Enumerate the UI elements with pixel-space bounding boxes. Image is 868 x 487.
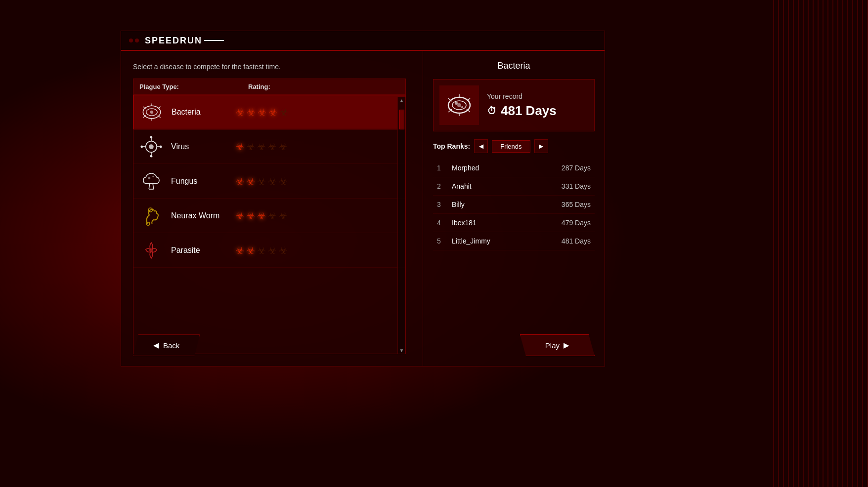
rank-name-3: Billy [452, 201, 562, 208]
parasite-bio-5: ☣ [279, 245, 288, 255]
record-label: Your record [487, 92, 588, 100]
record-value: ⏱ 481 Days [487, 103, 588, 119]
parasite-bio-3: ☣ [257, 245, 266, 255]
list-header: Plague Type: Rating: [133, 79, 405, 95]
parasite-icon-small [139, 239, 163, 262]
window-controls [129, 39, 139, 42]
parasite-bio-1: ☣ [235, 245, 244, 255]
virus-bio-4: ☣ [268, 142, 277, 152]
scroll-thumb[interactable] [399, 110, 404, 129]
svg-point-16 [160, 145, 162, 148]
fungus-bio-5: ☣ [279, 176, 288, 186]
virus-bio-3: ☣ [257, 142, 266, 152]
record-card: Your record ⏱ 481 Days [433, 79, 595, 131]
rank-num-3: 3 [437, 201, 452, 208]
rank-row-3: 3 Billy 365 Days [433, 196, 595, 214]
rank-score-2: 331 Days [562, 182, 591, 190]
record-info: Your record ⏱ 481 Days [487, 92, 588, 119]
disease-item-virus[interactable]: Virus ☣ ☣ ☣ ☣ ☣ [133, 129, 405, 164]
rank-row-5: 5 Little_Jimmy 481 Days [433, 232, 595, 250]
fungus-icon-small [139, 169, 163, 193]
window-dot-2 [135, 39, 139, 42]
ranks-filter-button[interactable]: Friends [492, 140, 530, 153]
disease-item-bacteria[interactable]: Bacteria ☣ ☣ ☣ ☣ ☣ [133, 95, 405, 129]
neurax-bio-1: ☣ [235, 211, 244, 221]
ranks-prev-button[interactable]: ◀ [474, 139, 488, 153]
rank-row-1: 1 Morphed 287 Days [433, 159, 595, 177]
virus-bio-1: ☣ [235, 142, 244, 152]
plague-type-header: Plague Type: [139, 83, 228, 90]
virus-bio-5: ☣ [279, 142, 288, 152]
neurax-bio-2: ☣ [246, 211, 255, 221]
record-days: 481 Days [501, 103, 557, 119]
disease-item-fungus[interactable]: Fungus ☣ ☣ ☣ ☣ ☣ [133, 164, 405, 199]
back-arrow-icon: ◀ [153, 341, 159, 350]
scrollbar[interactable]: ▲ ▼ [397, 97, 405, 354]
fungus-bio-3: ☣ [257, 176, 266, 186]
fungus-name: Fungus [171, 177, 235, 186]
svg-point-18 [140, 145, 143, 148]
rank-score-3: 365 Days [562, 201, 591, 208]
rating-header: Rating: [228, 83, 399, 90]
ranks-next-button[interactable]: ▶ [534, 139, 548, 153]
selected-disease-title: Bacteria [433, 61, 595, 71]
bio-icon-1: ☣ [236, 107, 245, 117]
parasite-name: Parasite [171, 246, 235, 255]
disease-item-neurax-worm[interactable]: Neurax Worm ☣ ☣ ☣ ☣ ☣ [133, 199, 405, 233]
title-bar: SPEEDRUN [121, 31, 605, 51]
svg-point-17 [150, 155, 153, 157]
virus-name: Virus [171, 142, 235, 151]
rank-name-1: Morphed [452, 164, 562, 172]
svg-point-23 [152, 175, 154, 177]
rank-score-4: 479 Days [562, 219, 591, 227]
parasite-bio-4: ☣ [268, 245, 277, 255]
bio-icon-5: ☣ [279, 107, 288, 117]
rank-name-2: Anahit [452, 182, 562, 190]
svg-point-36 [461, 106, 463, 108]
bacteria-icon-large [439, 85, 479, 125]
back-button-label: Back [163, 341, 179, 350]
rank-num-5: 5 [437, 237, 452, 245]
neurax-bio-5: ☣ [279, 211, 288, 221]
play-button[interactable]: Play ▶ [520, 334, 595, 356]
rank-num-1: 1 [437, 164, 452, 172]
ranks-table: 1 Morphed 287 Days 2 Anahit 331 Days 3 B… [433, 159, 595, 250]
bio-icon-4: ☣ [268, 107, 277, 117]
rank-row-4: 4 Ibex181 479 Days [433, 214, 595, 232]
svg-line-20 [153, 183, 154, 189]
rank-score-5: 481 Days [562, 237, 591, 245]
neurax-worm-name: Neurax Worm [171, 211, 235, 220]
bio-icon-3: ☣ [258, 107, 266, 117]
bio-icon-2: ☣ [247, 107, 256, 117]
rank-name-5: Little_Jimmy [452, 237, 562, 245]
ranks-header: Top Ranks: ◀ Friends ▶ [433, 139, 595, 153]
bacteria-name: Bacteria [172, 108, 236, 117]
fungus-bio-1: ☣ [235, 176, 244, 186]
top-ranks-section: Top Ranks: ◀ Friends ▶ 1 Morphed 287 Day… [433, 139, 595, 356]
back-button[interactable]: ◀ Back [133, 334, 200, 356]
title-underline [204, 40, 224, 41]
scroll-track [399, 105, 404, 346]
play-arrow-icon: ▶ [564, 341, 569, 350]
svg-point-22 [148, 177, 151, 179]
instruction-text: Select a disease to compete for the fast… [133, 63, 406, 71]
main-window: SPEEDRUN Select a disease to compete for… [121, 31, 605, 366]
rank-row-2: 2 Anahit 331 Days [433, 177, 595, 196]
rank-score-1: 287 Days [562, 164, 591, 172]
fungus-rating: ☣ ☣ ☣ ☣ ☣ [235, 176, 399, 186]
ranks-label: Top Ranks: [433, 142, 470, 150]
rank-num-4: 4 [437, 219, 452, 227]
scroll-down-arrow[interactable]: ▼ [398, 347, 405, 354]
svg-point-8 [150, 111, 153, 114]
background-stripes [769, 0, 868, 487]
scroll-up-arrow[interactable]: ▲ [398, 97, 405, 104]
fungus-bio-4: ☣ [268, 176, 277, 186]
virus-icon-small [139, 135, 163, 159]
neurax-rating: ☣ ☣ ☣ ☣ ☣ [235, 211, 399, 221]
svg-point-35 [455, 102, 458, 105]
disease-item-parasite[interactable]: Parasite ☣ ☣ ☣ ☣ ☣ [133, 233, 405, 268]
bacteria-icon-small [140, 100, 164, 124]
disease-list-container: Plague Type: Rating: [133, 79, 406, 354]
clock-icon: ⏱ [487, 105, 497, 117]
rank-name-4: Ibex181 [452, 219, 562, 227]
